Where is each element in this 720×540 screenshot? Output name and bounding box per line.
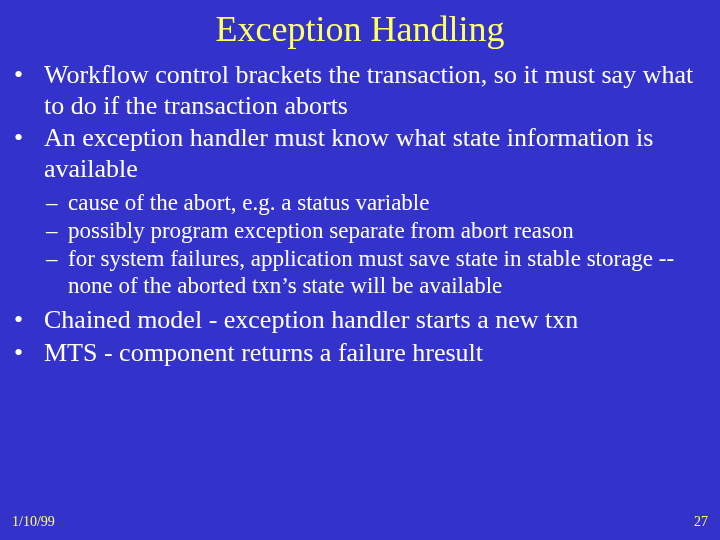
slide-title: Exception Handling xyxy=(0,0,720,60)
sub-bullet-marker: – xyxy=(8,245,68,299)
bullet-marker: • xyxy=(8,60,44,121)
sub-bullet-text: cause of the abort, e.g. a status variab… xyxy=(68,189,712,216)
sub-bullet-marker: – xyxy=(8,189,68,216)
bullet-item: • An exception handler must know what st… xyxy=(8,123,712,184)
sub-bullet-item: – cause of the abort, e.g. a status vari… xyxy=(8,189,712,216)
footer-date: 1/10/99 xyxy=(12,514,55,530)
sub-bullet-text: possibly program exception separate from… xyxy=(68,217,712,244)
sub-bullet-item: – for system failures, application must … xyxy=(8,245,712,299)
footer-page-number: 27 xyxy=(694,514,708,530)
sub-bullet-text: for system failures, application must sa… xyxy=(68,245,712,299)
sub-bullet-item: – possibly program exception separate fr… xyxy=(8,217,712,244)
bullet-marker: • xyxy=(8,338,44,369)
bullet-marker: • xyxy=(8,123,44,184)
sub-bullet-marker: – xyxy=(8,217,68,244)
bullet-text: An exception handler must know what stat… xyxy=(44,123,712,184)
bullet-item: • Chained model - exception handler star… xyxy=(8,305,712,336)
bullet-item: • Workflow control brackets the transact… xyxy=(8,60,712,121)
slide-body: • Workflow control brackets the transact… xyxy=(0,60,720,369)
bullet-text: Chained model - exception handler starts… xyxy=(44,305,712,336)
bullet-text: Workflow control brackets the transactio… xyxy=(44,60,712,121)
bullet-item: • MTS - component returns a failure hres… xyxy=(8,338,712,369)
slide-footer: 1/10/99 27 xyxy=(0,514,720,530)
sub-bullet-group: – cause of the abort, e.g. a status vari… xyxy=(8,189,712,300)
bullet-marker: • xyxy=(8,305,44,336)
bullet-text: MTS - component returns a failure hresul… xyxy=(44,338,712,369)
